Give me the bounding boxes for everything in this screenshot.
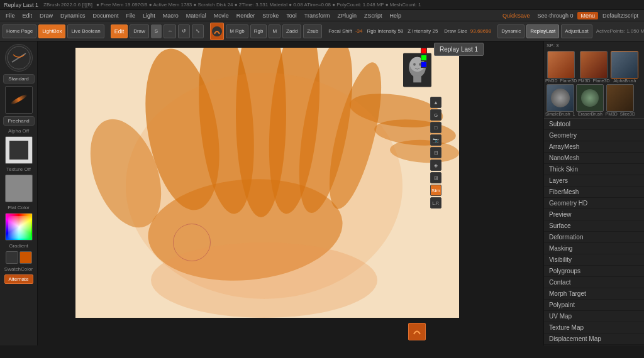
seethrough-btn[interactable]: See-through 0	[534, 12, 576, 19]
side-icon-sim[interactable]: Sim	[430, 185, 441, 196]
swatch-orange[interactable]	[19, 251, 32, 264]
alternate-btn[interactable]: Alternate	[4, 274, 33, 284]
menu-surface[interactable]: Surface	[544, 220, 644, 232]
draw-size-val: 93.68698	[470, 28, 491, 34]
left-panel: Standard Freehand Alpha Off Texture Off …	[0, 41, 38, 345]
canvas-area[interactable]: ▲ G □ 📷 ⊟ ◈ ⊞ Sim L.P.	[38, 41, 543, 345]
side-icon-light[interactable]: ◈	[430, 160, 441, 171]
menu-help[interactable]: Help	[386, 12, 404, 19]
side-icon-floor[interactable]: ⊟	[430, 147, 441, 158]
menu-layers[interactable]: Layers	[544, 175, 644, 187]
side-icon-search[interactable]: ⊞	[430, 172, 441, 183]
m-btn[interactable]: M	[269, 24, 280, 38]
rgb-btn[interactable]: Rgb	[250, 24, 267, 38]
menu-render[interactable]: Render	[233, 12, 258, 19]
live-boolean-btn[interactable]: Live Boolean	[67, 24, 104, 38]
head-preview	[403, 53, 431, 87]
menu-transform[interactable]: Transform	[301, 12, 333, 19]
menu-tool[interactable]: Tool	[283, 12, 300, 19]
menu-document[interactable]: Document	[90, 12, 122, 19]
draw-btn[interactable]: Draw	[130, 24, 149, 38]
menu-preview[interactable]: Preview	[544, 209, 644, 220]
color-blue	[421, 62, 427, 68]
edit-btn[interactable]: Edit	[111, 24, 128, 38]
defaultzscript-btn[interactable]: DefaultZScript	[599, 12, 641, 19]
menu-edit[interactable]: Edit	[19, 12, 36, 19]
menu-arraymesh[interactable]: ArrayMesh	[544, 141, 644, 153]
gradient-label: Gradient	[9, 243, 28, 249]
menu-bar: File Edit Draw Dynamics Document File Li…	[0, 10, 644, 21]
simple-brush-preview	[551, 89, 570, 107]
menu-file2[interactable]: File	[123, 12, 139, 19]
brush-thumb-0[interactable]	[547, 51, 575, 79]
bottom-thumb[interactable]	[408, 323, 427, 342]
standard-label[interactable]: Standard	[3, 74, 35, 84]
menu-deformation[interactable]: Deformation	[544, 232, 644, 243]
menu-contact[interactable]: Contact	[544, 277, 644, 288]
menu-thick-skin[interactable]: Thick Skin	[544, 164, 644, 175]
lightbox-btn[interactable]: LightBox	[38, 24, 65, 38]
alpha-preview[interactable]	[5, 136, 33, 164]
rotate-btn[interactable]: ↺	[178, 24, 190, 38]
brush-thumb-3[interactable]	[547, 84, 574, 112]
menu-visibility[interactable]: Visibility	[544, 254, 644, 266]
menu-morph-target[interactable]: Morph Target	[544, 288, 644, 300]
menu-geometry-hd[interactable]: Geometry HD	[544, 198, 644, 209]
menu-displacement-map[interactable]: Displacement Map	[544, 334, 644, 345]
brush-icon-btn[interactable]	[210, 23, 224, 40]
eraser-brush-preview	[581, 89, 599, 107]
zadd-btn[interactable]: Zadd	[282, 24, 301, 38]
menu-file[interactable]: File	[3, 12, 18, 19]
menu-dynamics[interactable]: Dynamics	[57, 12, 89, 19]
menu-movie[interactable]: Movie	[211, 12, 232, 19]
brush-label-4: EraserBrush	[578, 112, 602, 116]
color-picker-inner	[8, 216, 31, 239]
side-icon-g[interactable]: G	[430, 109, 441, 121]
menu-subtool[interactable]: Subtool	[544, 119, 644, 130]
menu-texture-map[interactable]: Texture Map	[544, 322, 644, 334]
menu-nanomesh[interactable]: NanoMesh	[544, 153, 644, 164]
brush-thumb-2[interactable]	[611, 51, 638, 79]
menu-polypaint[interactable]: Polypaint	[544, 300, 644, 311]
zsub-btn[interactable]: Zsub	[303, 24, 322, 38]
adjust-last-btn[interactable]: AdjustLast	[561, 24, 592, 38]
brush-item-3: SimpleBrush_1	[545, 84, 575, 116]
replay-last-btn[interactable]: ReplayLast	[526, 24, 559, 38]
side-icon-0[interactable]: ▲	[430, 97, 441, 108]
quicksave-btn[interactable]: QuickSave	[499, 12, 533, 19]
menu-macro[interactable]: Macro	[160, 12, 182, 19]
menu-masking[interactable]: Masking	[544, 243, 644, 254]
menu-menu-btn[interactable]: Menu	[577, 12, 598, 19]
color-picker[interactable]	[5, 213, 33, 241]
side-icon-sq[interactable]: □	[430, 122, 441, 133]
move-btn[interactable]: ↔	[164, 24, 176, 38]
bottom-thumb-inner	[408, 323, 426, 340]
menu-normal-map[interactable]: Normal Map	[544, 345, 644, 345]
swatch-dark[interactable]	[6, 251, 18, 264]
menu-material[interactable]: Material	[183, 12, 209, 19]
side-icon-cam[interactable]: 📷	[430, 134, 441, 146]
home-page-btn[interactable]: Home Page	[3, 24, 36, 38]
scale-btn[interactable]: ⤡	[192, 24, 204, 38]
brush-label-3: SimpleBrush_1	[545, 112, 575, 116]
menu-zplugin[interactable]: ZPlugin	[334, 12, 360, 19]
brush-thumb-1[interactable]	[580, 51, 608, 79]
brush-thumb-4[interactable]	[576, 84, 604, 112]
menu-zscript[interactable]: ZScript	[361, 12, 386, 19]
side-icon-linepm[interactable]: L.P.	[430, 197, 441, 209]
menu-stroke[interactable]: Stroke	[259, 12, 282, 19]
brush-thumb-row-1: PM3D_Plane3D PM3D_Plane3D AlphaBrush	[545, 51, 643, 83]
brush-thumb-5[interactable]	[606, 84, 634, 112]
freehand-label[interactable]: Freehand	[3, 116, 35, 126]
menu-uv-map[interactable]: UV Map	[544, 311, 644, 322]
mrgb-btn[interactable]: M Rgb	[226, 24, 248, 38]
texture-preview[interactable]	[5, 175, 33, 202]
menu-draw[interactable]: Draw	[36, 12, 56, 19]
replay-tooltip-text: Replay Last 1	[440, 46, 478, 53]
menu-light[interactable]: Light	[140, 12, 158, 19]
menu-fibermesh[interactable]: FiberMesh	[544, 187, 644, 198]
brush-label-1: PM3D_Plane3D	[578, 79, 609, 83]
dynamic-btn[interactable]: Dynamic	[497, 24, 525, 38]
menu-polygroups[interactable]: Polygroups	[544, 266, 644, 277]
menu-geometry[interactable]: Geometry	[544, 130, 644, 141]
